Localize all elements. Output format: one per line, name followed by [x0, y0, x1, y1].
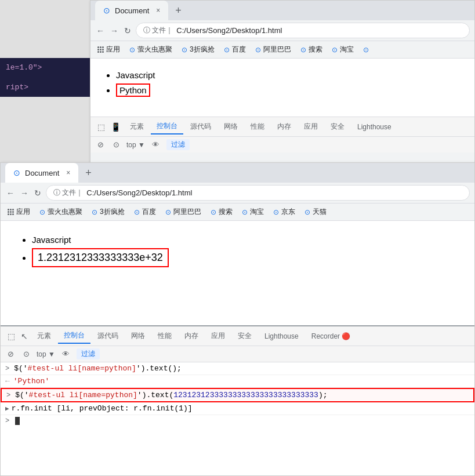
filter-label[interactable]: 过滤 — [166, 139, 190, 150]
bottom-bookmark-8[interactable]: ⊙ 天猫 — [302, 206, 329, 218]
bottom-devtools-tab-network[interactable]: 网络 — [125, 329, 151, 343]
bottom-bookmark-1[interactable]: ⊙ 萤火虫惠聚 — [37, 206, 85, 218]
apps-bookmark[interactable]: 应用 — [95, 43, 122, 56]
bookmark-5[interactable]: ⊙ 搜索 — [298, 43, 325, 56]
bookmark-1[interactable]: ⊙ 萤火虫惠聚 — [127, 43, 175, 56]
bottom-bookmark-5[interactable]: ⊙ 搜索 — [208, 206, 235, 218]
bookmark-4[interactable]: ⊙ 阿里巴巴 — [253, 43, 293, 56]
bottom-devtools-tab-memory[interactable]: 内存 — [179, 329, 204, 343]
bottom-devtools-tab-recorder[interactable]: Recorder 🔴 — [306, 330, 357, 343]
bookmark-label-6: 淘宝 — [340, 45, 354, 54]
bottom-tab-title: Document — [25, 169, 59, 177]
bottom-bookmark-favicon-1: ⊙ — [39, 208, 45, 216]
console-text-1: $('#test-ul li[name=python]').text(); — [14, 364, 182, 373]
console-prompt-1: > — [5, 365, 9, 373]
bottom-page-content: Javascript 1.2312312333333333e+32 — [1, 221, 474, 325]
forward-button[interactable]: → — [109, 25, 119, 37]
bottom-list-item-number: 1.2312312333333333e+32 — [32, 247, 457, 267]
code-line — [0, 72, 90, 82]
bottom-bookmark-7[interactable]: ⊙ 京东 — [271, 206, 298, 218]
bookmark-favicon-4: ⊙ — [255, 46, 261, 54]
bottom-settings-icon[interactable]: ⊙ — [21, 348, 32, 359]
bookmark-favicon-6: ⊙ — [332, 46, 338, 54]
browser-top-window: ⊙ Document × + ← → ↻ ⓘ 文件｜ C:/Users/Song… — [90, 0, 475, 165]
bottom-devtools-tab-application[interactable]: 应用 — [205, 329, 231, 343]
bottom-devtools-tab-lighthouse[interactable]: Lighthouse — [259, 330, 304, 343]
bottom-refresh-button[interactable]: ↻ — [33, 187, 42, 199]
bottom-bookmarks-bar: 应用 ⊙ 萤火虫惠聚 ⊙ 3折疯抢 ⊙ 百度 ⊙ 阿里巴巴 ⊙ 搜索 ⊙ 淘宝 … — [1, 204, 474, 221]
bottom-filter-label[interactable]: 过滤 — [77, 348, 100, 359]
clear-console-button[interactable]: ⊘ — [95, 139, 106, 150]
bottom-context-selector[interactable]: top ▼ — [37, 350, 55, 358]
bookmark-favicon-7: ⊙ — [363, 46, 369, 54]
bottom-protocol-label: ⓘ 文件｜ — [53, 188, 83, 198]
console-input-line[interactable]: > — [1, 415, 474, 427]
bottom-bookmark-3[interactable]: ⊙ 百度 — [132, 206, 158, 218]
cursor — [15, 417, 20, 425]
devtools-tab-network[interactable]: 网络 — [218, 119, 244, 134]
devtools-tab-elements[interactable]: 元素 — [124, 119, 150, 134]
bookmark-favicon-2: ⊙ — [182, 46, 187, 54]
bottom-tab-close-button[interactable]: × — [66, 169, 70, 177]
bottom-new-tab-button[interactable]: + — [82, 166, 95, 180]
console-line-1: > $('#test-ul li[name=python]').text(); — [1, 362, 474, 375]
bottom-back-button[interactable]: ← — [5, 187, 16, 199]
back-button[interactable]: ← — [95, 25, 106, 37]
devtools-tab-performance[interactable]: 性能 — [245, 119, 270, 134]
bottom-bookmark-6[interactable]: ⊙ 淘宝 — [240, 206, 266, 218]
devtools-tab-lighthouse[interactable]: Lighthouse — [351, 121, 397, 133]
expand-icon[interactable]: ▶ — [5, 405, 9, 412]
bottom-devtools-tab-sources[interactable]: 源代码 — [92, 329, 124, 343]
devtools-tab-console[interactable]: 控制台 — [151, 119, 183, 135]
bottom-devtools: ⬚ ↖ 元素 控制台 源代码 网络 性能 内存 应用 安全 Lighthouse… — [1, 325, 474, 427]
list-item-python: Python — [116, 82, 463, 97]
top-devtools-subbar: ⊘ ⊙ top ▼ 👁 过滤 — [90, 136, 474, 152]
bottom-bookmark-2[interactable]: ⊙ 3折疯抢 — [89, 206, 127, 218]
bottom-bookmark-favicon-4: ⊙ — [165, 208, 171, 216]
bottom-apps-bookmark[interactable]: 应用 — [5, 206, 32, 218]
tab-close-button[interactable]: × — [156, 6, 160, 14]
bottom-bookmark-label-1: 萤火虫惠聚 — [48, 207, 82, 217]
bookmark-7[interactable]: ⊙ — [361, 45, 371, 55]
bottom-devtools-tab-elements[interactable]: 元素 — [31, 329, 57, 343]
bottom-inspect-icon[interactable]: ⬚ — [5, 330, 17, 342]
bottom-devtools-tab-security[interactable]: 安全 — [232, 329, 258, 343]
bottom-bookmark-favicon-7: ⊙ — [273, 208, 279, 216]
bottom-active-tab[interactable]: ⊙ Document × — [5, 163, 78, 183]
bottom-bookmark-label-4: 阿里巴巴 — [173, 207, 201, 217]
console-area: > $('#test-ul li[name=python]').text(); … — [1, 362, 474, 427]
eye-icon[interactable]: 👁 — [150, 139, 162, 150]
bookmark-6[interactable]: ⊙ 淘宝 — [329, 43, 356, 56]
bookmark-3[interactable]: ⊙ 百度 — [222, 43, 248, 56]
bottom-clear-console-button[interactable]: ⊘ — [5, 348, 16, 359]
bottom-bookmark-favicon-3: ⊙ — [134, 208, 140, 216]
devtools-tab-application[interactable]: 应用 — [298, 119, 324, 134]
bottom-address-input[interactable]: ⓘ 文件｜ C:/Users/Song2/Desktop/1.html — [46, 185, 470, 201]
bottom-devtools-tab-console[interactable]: 控制台 — [58, 328, 90, 344]
devtools-tab-security[interactable]: 安全 — [325, 119, 350, 134]
inspect-icon[interactable]: ⬚ — [95, 121, 107, 133]
bottom-bookmark-4[interactable]: ⊙ 阿里巴巴 — [163, 206, 204, 218]
bottom-devtools-tab-performance[interactable]: 性能 — [152, 329, 177, 343]
bottom-forward-button[interactable]: → — [19, 187, 30, 199]
bottom-cursor-icon[interactable]: ↖ — [19, 330, 30, 342]
new-tab-button[interactable]: + — [172, 3, 185, 18]
devtools-tab-memory[interactable]: 内存 — [271, 119, 297, 134]
browser-bottom-window: ⊙ Document × + ← → ↻ ⓘ 文件｜ C:/Users/Song… — [0, 162, 475, 476]
bottom-eye-icon[interactable]: 👁 — [60, 348, 72, 359]
bookmark-2[interactable]: ⊙ 3折疯抢 — [179, 43, 217, 56]
bottom-bookmark-label-5: 搜索 — [219, 207, 233, 217]
active-tab[interactable]: ⊙ Document × — [95, 1, 168, 20]
bookmark-favicon-5: ⊙ — [300, 46, 306, 54]
highlighted-number: 1.2312312333333333e+32 — [32, 248, 169, 267]
mobile-icon[interactable]: 📱 — [108, 121, 123, 133]
settings-icon[interactable]: ⊙ — [111, 139, 122, 150]
devtools-tab-sources[interactable]: 源代码 — [184, 119, 217, 134]
refresh-button[interactable]: ↻ — [123, 25, 132, 37]
console-prompt-5: > — [5, 417, 9, 425]
code-line: le=1.0"> — [0, 63, 90, 72]
apps-icon — [97, 46, 104, 53]
context-selector[interactable]: top ▼ — [126, 141, 145, 149]
protocol-label: ⓘ 文件｜ — [143, 26, 173, 35]
address-input[interactable]: ⓘ 文件｜ C:/Users/Song2/Desktop/1.html — [136, 23, 470, 38]
